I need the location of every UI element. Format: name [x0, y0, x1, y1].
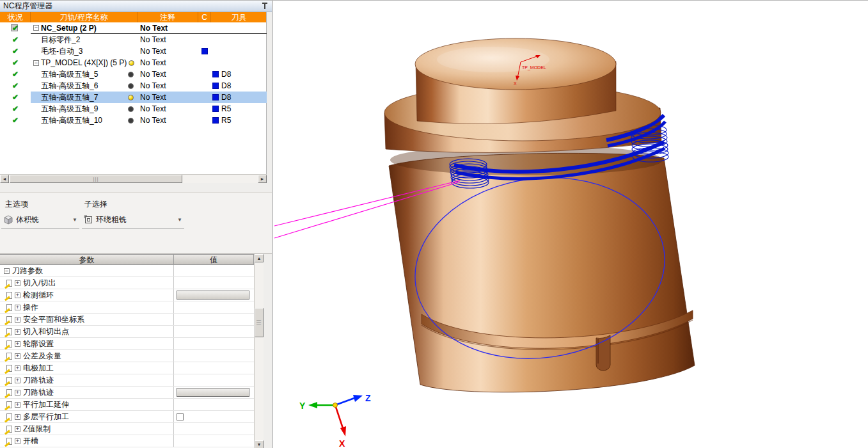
tree-row-stock[interactable]: ✔ 毛坯-自动_3 No Text — [0, 45, 266, 57]
param-row[interactable]: +开槽 — [0, 435, 254, 447]
edit-page-icon — [6, 280, 12, 287]
row-name: TP_MODEL (4X[X]) (5 P) — [41, 58, 127, 67]
tree-row-target-part[interactable]: ✔ 目标零件_2 No Text — [0, 34, 266, 45]
tree-row-5axis-5[interactable]: ✔ 五轴-高级五轴_5 No Text D8 — [0, 68, 266, 80]
row-name: 五轴-高级五轴_5 — [41, 69, 98, 80]
bulb-on-icon[interactable] — [129, 60, 134, 66]
bulb-off-icon[interactable] — [128, 72, 134, 77]
scroll-up-icon[interactable]: ▲ — [255, 254, 264, 262]
scroll-down-icon[interactable]: ▼ — [255, 440, 264, 448]
bulb-off-icon[interactable] — [128, 118, 134, 124]
tree-row-tp-model[interactable]: ✔ −TP_MODEL (4X[X]) (5 P) No Text — [0, 57, 266, 68]
bulb-off-icon[interactable] — [128, 106, 134, 112]
expand-icon[interactable]: + — [15, 292, 20, 298]
sub-select-combo[interactable]: 环绕粗铣 ▼ — [82, 212, 184, 228]
expand-icon[interactable]: + — [15, 305, 20, 310]
bulb-on-icon[interactable] — [128, 95, 134, 100]
status-icon: ✔ — [11, 81, 20, 90]
row-name: 五轴-高级五轴_7 — [41, 92, 98, 103]
scroll-right-icon[interactable]: ► — [258, 175, 267, 183]
edit-page-icon — [6, 353, 12, 360]
params-vertical-scrollbar[interactable]: ▲ ||| ▼ — [254, 254, 264, 448]
main-option-value: 体积铣 — [16, 214, 39, 225]
chevron-down-icon[interactable]: ▼ — [72, 217, 77, 223]
check-icon: ✔ — [12, 81, 19, 90]
row-comment: No Text — [138, 92, 198, 103]
collapse-icon[interactable]: − — [33, 25, 39, 31]
value-button[interactable] — [177, 291, 249, 300]
tree-row-5axis-9[interactable]: ✔ 五轴-高级五轴_9 No Text R5 — [0, 103, 266, 115]
viewport-3d[interactable]: TP_MODEL X Y Z X — [272, 1, 868, 448]
checkbox[interactable] — [177, 413, 184, 420]
z-axis-label: Z — [365, 393, 371, 403]
value-button[interactable] — [177, 388, 249, 397]
collapse-icon[interactable]: − — [4, 268, 10, 274]
check-icon: ✔ — [12, 70, 19, 79]
param-row[interactable]: +操作 — [0, 301, 254, 314]
nc-program-manager-panel: NC程序管理器 状况 刀轨/程序名称 注释 C 刀具 ✔ −NC_Setup (… — [0, 1, 272, 448]
param-row[interactable]: +刀路轨迹 — [0, 374, 254, 387]
expand-icon[interactable]: + — [15, 378, 20, 383]
edit-page-icon — [6, 413, 12, 420]
expand-icon[interactable]: + — [15, 402, 20, 408]
scroll-left-icon[interactable]: ◄ — [0, 175, 9, 183]
tree-row-nc-setup[interactable]: ✔ −NC_Setup (2 P) No Text — [0, 22, 266, 34]
expand-icon[interactable]: + — [15, 426, 20, 432]
tree-header: 状况 刀轨/程序名称 注释 C 刀具 — [0, 12, 266, 22]
expand-icon[interactable]: + — [15, 365, 20, 371]
bulb-off-icon[interactable] — [128, 83, 134, 89]
row-comment: No Text — [138, 80, 198, 92]
param-row[interactable]: +公差及余量 — [0, 350, 254, 362]
edit-page-icon — [6, 426, 12, 433]
expand-icon[interactable]: + — [15, 414, 20, 420]
expand-icon[interactable]: + — [15, 353, 20, 359]
col-name[interactable]: 刀轨/程序名称 — [31, 12, 138, 22]
param-row[interactable]: +切入和切出点 — [0, 326, 254, 338]
tree-horizontal-scrollbar[interactable]: ◄ ||| ► — [0, 174, 267, 183]
col-status[interactable]: 状况 — [0, 12, 31, 22]
tree-row-5axis-7-selected[interactable]: ✔ 五轴-高级五轴_7 No Text D8 — [0, 92, 266, 103]
status-icon: ✔ — [11, 93, 20, 102]
status-icon: ✔ — [11, 104, 20, 113]
scrollbar-thumb[interactable]: ||| — [255, 308, 264, 337]
parameters-table: 参数 值 −刀路参数 +切入/切出 +检测循环 +操作 +安全平面和坐标系 — [0, 254, 254, 448]
col-c[interactable]: C — [198, 12, 211, 22]
param-row[interactable]: +电极加工 — [0, 362, 254, 374]
triad-origin — [333, 403, 338, 408]
param-col-header: 参数 — [0, 255, 174, 265]
check-icon: ✔ — [12, 58, 19, 67]
param-row[interactable]: +多层平行加工 — [0, 411, 254, 423]
model-canvas[interactable]: TP_MODEL X Y Z X — [272, 1, 868, 448]
tree-row-5axis-10[interactable]: ✔ 五轴-高级五轴_10 No Text R5 — [0, 115, 266, 126]
chevron-down-icon[interactable]: ▼ — [177, 217, 182, 223]
param-row[interactable]: +切入/切出 — [0, 277, 254, 289]
value-col-header: 值 — [174, 255, 254, 265]
col-comment[interactable]: 注释 — [138, 12, 198, 22]
tool-name: D8 — [221, 70, 231, 79]
expand-icon[interactable]: + — [15, 317, 20, 323]
edit-page-icon — [6, 365, 12, 372]
tool-name: R5 — [221, 116, 231, 125]
main-option-combo[interactable]: 体积铣 ▼ — [1, 212, 79, 228]
pin-icon[interactable] — [262, 2, 269, 10]
scrollbar-thumb[interactable]: ||| — [10, 175, 182, 183]
expand-icon[interactable]: + — [15, 329, 20, 335]
col-tool[interactable]: 刀具 — [211, 12, 267, 22]
expand-icon[interactable]: + — [15, 390, 20, 396]
param-row[interactable]: +刀路轨迹 — [0, 387, 254, 399]
expand-icon[interactable]: + — [15, 438, 20, 444]
param-row[interactable]: +Z值限制 — [0, 423, 254, 435]
tool-name: R5 — [221, 104, 231, 113]
expand-icon[interactable]: + — [15, 341, 20, 347]
param-row[interactable]: +轮廓设置 — [0, 338, 254, 350]
param-row[interactable]: +安全平面和坐标系 — [0, 314, 254, 326]
edit-page-icon — [6, 389, 12, 396]
param-row[interactable]: +平行加工延伸 — [0, 399, 254, 411]
param-row-root[interactable]: −刀路参数 — [0, 265, 254, 277]
collapse-icon[interactable]: − — [33, 60, 39, 66]
status-icon: ✔ — [11, 70, 20, 79]
expand-icon[interactable]: + — [15, 280, 20, 286]
param-row[interactable]: +检测循环 — [0, 289, 254, 301]
tree-row-5axis-6[interactable]: ✔ 五轴-高级五轴_6 No Text D8 — [0, 80, 266, 92]
toolpath-tree: 状况 刀轨/程序名称 注释 C 刀具 ✔ −NC_Setup (2 P) No … — [0, 12, 267, 174]
